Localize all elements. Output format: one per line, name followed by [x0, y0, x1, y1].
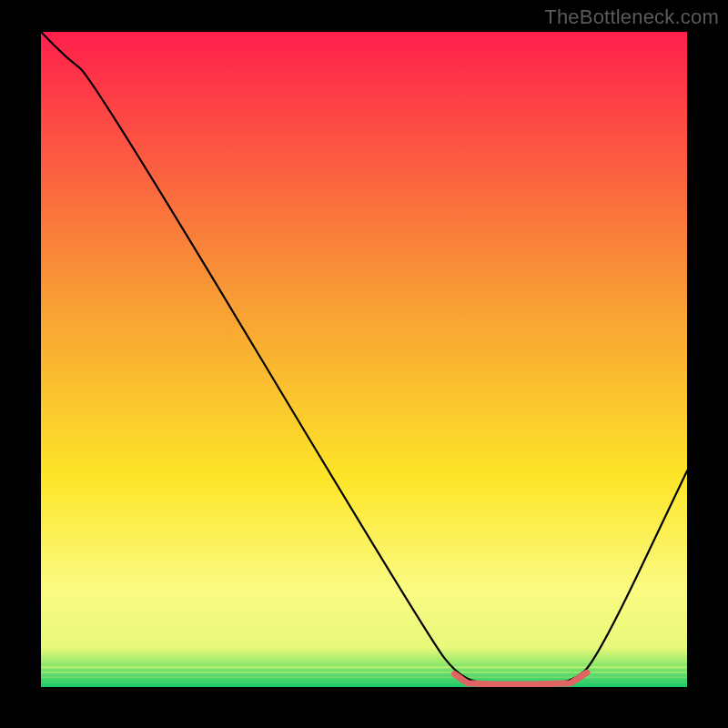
gradient-background: [41, 32, 687, 687]
watermark-text: TheBottleneck.com: [544, 5, 719, 29]
chart-container: [41, 32, 687, 687]
